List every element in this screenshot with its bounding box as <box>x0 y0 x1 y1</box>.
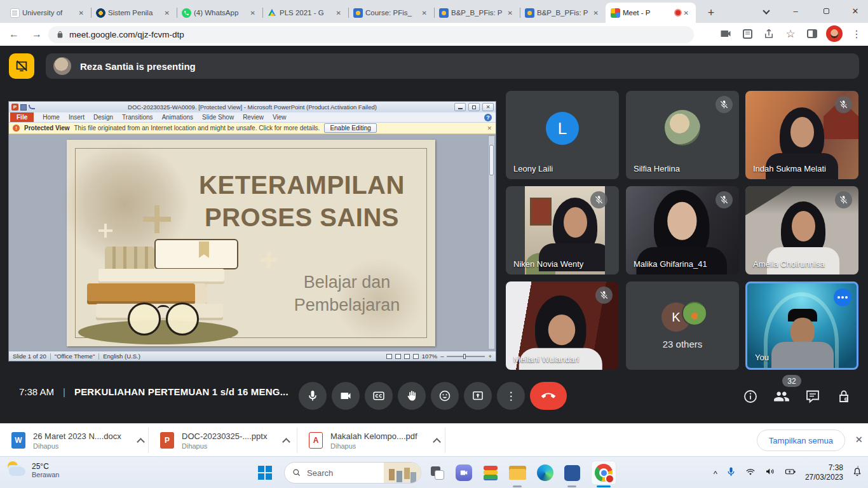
tray-clock[interactable]: 7:38 27/03/2023 <box>805 463 843 482</box>
window-restore-button[interactable] <box>813 0 839 22</box>
battery-icon[interactable] <box>784 466 797 480</box>
mic-in-use-icon[interactable] <box>726 466 736 480</box>
tab-close-icon[interactable]: ✕ <box>420 9 429 17</box>
ppt-file-tab[interactable]: File <box>10 112 34 122</box>
download-menu-chevron-icon[interactable] <box>433 438 441 446</box>
tray-overflow-chevron-icon[interactable]: ^ <box>714 469 717 478</box>
download-item-pptx[interactable]: P DOC-20230325-....pptx Dihapus <box>154 424 295 457</box>
tile-options-button[interactable] <box>834 288 851 306</box>
ppt-minimize-button[interactable] <box>454 103 466 111</box>
close-shelf-icon[interactable]: ✕ <box>855 434 863 445</box>
tab-close-icon[interactable]: ✕ <box>77 9 86 17</box>
tab-search-chevron-icon[interactable] <box>754 0 779 22</box>
profile-avatar[interactable] <box>826 25 843 42</box>
tab-close-icon[interactable]: ✕ <box>248 9 257 17</box>
browser-menu-icon[interactable]: ⋮ <box>849 26 864 41</box>
wifi-icon[interactable] <box>745 466 756 480</box>
slide-sorter-icon[interactable] <box>395 354 401 359</box>
address-bar[interactable]: meet.google.com/qjz-fcvm-dtp <box>48 26 694 43</box>
tab-bp-pfis-2[interactable]: B&P_B_PFis: P ✕ <box>520 3 606 23</box>
ppt-transitions-tab[interactable]: Transitions <box>122 114 153 121</box>
tab-close-icon[interactable]: ✕ <box>592 9 600 17</box>
others-tile[interactable]: K 23 others <box>626 281 739 370</box>
tab-whatsapp[interactable]: (4) WhatsApp ✕ <box>177 3 262 23</box>
participant-tile-leony[interactable]: L Leony Laili <box>506 91 619 179</box>
host-controls-lock-icon[interactable] <box>836 388 852 405</box>
reactions-button[interactable] <box>431 382 459 410</box>
notification-bell-icon[interactable] <box>851 466 863 480</box>
present-screen-button[interactable] <box>464 382 492 410</box>
share-icon[interactable] <box>761 26 776 41</box>
enable-editing-button[interactable]: Enable Editing <box>324 123 377 133</box>
ppt-insert-tab[interactable]: Insert <box>69 114 85 121</box>
meeting-details-icon[interactable] <box>742 388 759 405</box>
raise-hand-button[interactable] <box>398 382 426 410</box>
volume-icon[interactable] <box>764 466 776 480</box>
reading-view-icon[interactable] <box>404 354 410 359</box>
microphone-button[interactable] <box>299 382 327 410</box>
language-indicator[interactable]: English (U.S.) <box>103 353 140 360</box>
ppt-vertical-scrollbar[interactable] <box>488 135 495 349</box>
more-options-button[interactable]: ⋮ <box>497 382 525 410</box>
theme-name[interactable]: "Office Theme" <box>55 353 95 360</box>
word-button[interactable] <box>563 464 581 482</box>
ppt-close-button[interactable]: ✕ <box>482 103 494 111</box>
end-call-button[interactable] <box>530 382 567 410</box>
zoom-out-icon[interactable]: – <box>440 353 444 360</box>
ppt-help-icon[interactable]: ? <box>484 114 492 121</box>
back-button[interactable]: ← <box>5 25 23 43</box>
download-item-pdf[interactable]: A Makalah Kelompo....pdf Dihapus <box>302 424 446 457</box>
tab-meet-active[interactable]: Meet - P ✕ <box>606 3 696 23</box>
camera-in-use-icon[interactable] <box>718 26 733 41</box>
bookmark-star-icon[interactable]: ☆ <box>783 26 798 41</box>
start-button[interactable] <box>258 466 272 480</box>
normal-view-icon[interactable] <box>386 354 392 359</box>
tab-bp-pfis-1[interactable]: B&P_B_PFis: P ✕ <box>434 3 520 23</box>
ppt-slideshow-tab[interactable]: Slide Show <box>202 114 234 121</box>
presentation-off-icon[interactable] <box>9 53 34 79</box>
chat-icon[interactable] <box>804 388 821 405</box>
chrome-button[interactable] <box>591 461 616 485</box>
protected-view-close-icon[interactable]: ✕ <box>487 125 492 132</box>
camera-button[interactable] <box>332 382 360 410</box>
self-tile[interactable]: You <box>745 281 858 370</box>
bluestacks-button[interactable] <box>482 464 499 482</box>
captions-button[interactable] <box>365 382 393 410</box>
download-item-docx[interactable]: W 26 Maret 2023 N....docx Dihapus <box>5 424 150 457</box>
tab-close-icon[interactable]: ✕ <box>334 9 343 17</box>
participant-tile-indah[interactable]: Indah Sukma Melati <box>745 91 858 179</box>
new-tab-button[interactable]: + <box>702 4 720 22</box>
weather-widget[interactable]: 25°C Berawan <box>6 461 59 480</box>
file-explorer-button[interactable] <box>508 464 526 482</box>
tab-course[interactable]: Course: PFis_ ✕ <box>348 3 434 23</box>
download-menu-chevron-icon[interactable] <box>137 438 145 446</box>
ppt-design-tab[interactable]: Design <box>93 114 113 121</box>
tab-drive[interactable]: PLS 2021 - G ✕ <box>262 3 348 23</box>
ppt-animations-tab[interactable]: Animations <box>162 114 193 121</box>
participant-tile-meilani[interactable]: Meilani Wulandari <box>506 281 619 370</box>
ppt-view-tab[interactable]: View <box>273 114 287 121</box>
teams-chat-button[interactable] <box>455 464 473 482</box>
taskbar-search[interactable]: Search <box>284 462 421 484</box>
tab-close-icon[interactable]: ✕ <box>163 9 172 17</box>
tab-close-icon[interactable]: ✕ <box>682 9 691 17</box>
translate-icon[interactable] <box>740 26 755 41</box>
zoom-in-icon[interactable]: + <box>488 353 492 360</box>
participants-icon[interactable] <box>773 388 790 405</box>
tab-sistem-penilaian[interactable]: Sistem Penila ✕ <box>91 3 177 23</box>
ppt-review-tab[interactable]: Review <box>243 114 264 121</box>
save-icon[interactable] <box>20 104 27 111</box>
ppt-home-tab[interactable]: Home <box>43 114 60 121</box>
zoom-slider[interactable] <box>447 356 485 357</box>
window-close-button[interactable]: ✕ <box>843 0 868 22</box>
window-minimize-button[interactable]: – <box>783 0 808 22</box>
task-view-button[interactable] <box>428 464 446 482</box>
slideshow-icon[interactable] <box>413 354 419 359</box>
download-menu-chevron-icon[interactable] <box>283 438 291 446</box>
tab-university[interactable]: University of ✕ <box>5 3 91 23</box>
participant-tile-malika[interactable]: Malika Ghifarina_41 <box>626 186 739 274</box>
participant-tile-amelia[interactable]: Amelia Choirunnisa <box>745 186 858 274</box>
edge-button[interactable] <box>536 464 554 482</box>
forward-button[interactable]: → <box>28 25 46 43</box>
ppt-restore-button[interactable] <box>468 103 480 111</box>
